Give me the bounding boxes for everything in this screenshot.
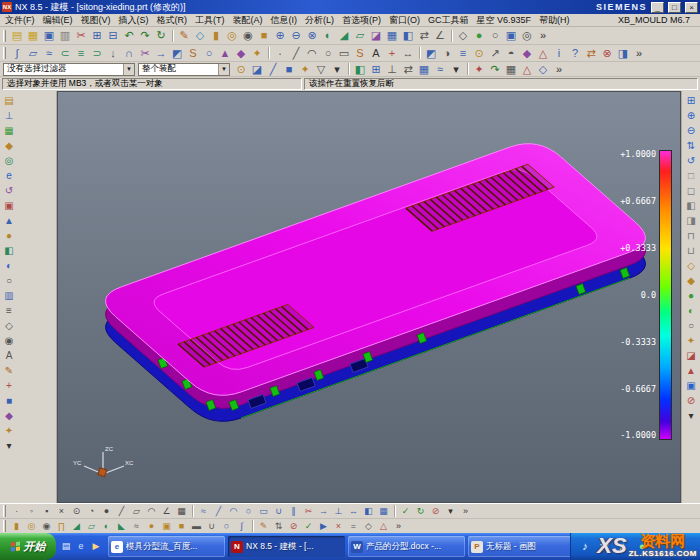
select-face-icon[interactable]: ◪ <box>249 62 265 77</box>
quick-player-icon[interactable]: ▶ <box>89 540 103 554</box>
menu-item-13[interactable]: 星空 V6.935F <box>473 14 536 27</box>
menu-item-7[interactable]: 装配(A) <box>229 14 267 27</box>
profile-icon[interactable]: ≈ <box>196 505 211 518</box>
section-view-icon[interactable]: ◪ <box>683 348 699 363</box>
wireframe-mode-icon[interactable]: ○ <box>487 28 503 43</box>
point-icon[interactable]: ∙ <box>272 46 288 61</box>
undo-icon[interactable]: ↶ <box>121 28 137 43</box>
shaded-mode-icon[interactable]: ● <box>471 28 487 43</box>
constraint-icon[interactable]: ⊥ <box>384 62 400 77</box>
information-icon[interactable]: i <box>551 46 567 61</box>
wrap-geometry-icon[interactable]: ◆ <box>233 46 249 61</box>
window-display-icon[interactable]: ▣ <box>503 28 519 43</box>
intersection-curve-icon[interactable]: ∩ <box>121 46 137 61</box>
isometric-view-icon[interactable]: ◇ <box>683 258 699 273</box>
manufacturing-wizard-icon[interactable]: ▲ <box>1 213 17 228</box>
expression-icon[interactable]: = <box>346 520 361 533</box>
menu-item-14[interactable]: 帮助(H) <box>535 14 574 27</box>
graphics-window[interactable]: XC YC ZC +1.0000+0.6667+0.33330.0-0.3333… <box>57 91 681 503</box>
pad-cmd-icon[interactable]: ■ <box>174 520 189 533</box>
part-cleanup-icon[interactable]: ◇ <box>361 520 376 533</box>
wireframe-view-icon[interactable]: ○ <box>683 318 699 333</box>
snap-toggle-icon[interactable]: ⊙ <box>233 62 249 77</box>
measure-icon[interactable]: ∠ <box>432 28 448 43</box>
background-color-icon[interactable]: ▣ <box>683 378 699 393</box>
right-view-icon[interactable]: ◨ <box>683 213 699 228</box>
sew-icon[interactable]: ⊃ <box>89 46 105 61</box>
bottom-expand-icon[interactable]: » <box>391 520 406 533</box>
true-shading-icon[interactable]: ◐ <box>1 258 17 273</box>
finish-sketch-icon[interactable]: ✓ <box>398 505 413 518</box>
left-view-icon[interactable]: ◧ <box>683 198 699 213</box>
measure-distance-icon[interactable]: ↔ <box>400 46 416 61</box>
history-icon[interactable]: ↺ <box>1 183 17 198</box>
shaded-edges-icon[interactable]: ◐ <box>683 303 699 318</box>
slot-cmd-icon[interactable]: ▬ <box>189 520 204 533</box>
menu-item-4[interactable]: 插入(S) <box>115 14 153 27</box>
menu-item-11[interactable]: 窗口(O) <box>385 14 424 27</box>
blend-cmd-icon[interactable]: ◐ <box>99 520 114 533</box>
part-navigator-icon[interactable]: ▦ <box>1 123 17 138</box>
extrude-icon[interactable]: ▮ <box>208 28 224 43</box>
trim-tool-icon[interactable]: ✂ <box>301 505 316 518</box>
chevron-down-icon[interactable]: ▼ <box>218 64 229 75</box>
block-icon[interactable]: ■ <box>256 28 272 43</box>
arc-center-snap-icon[interactable]: ⊙ <box>69 505 84 518</box>
mirror-feature-icon[interactable]: ◧ <box>400 28 416 43</box>
arc-tool-icon[interactable]: ◠ <box>226 505 241 518</box>
constraint-tool-icon[interactable]: ⊥ <box>331 505 346 518</box>
copy-icon[interactable]: ⊞ <box>89 28 105 43</box>
annotations-icon[interactable]: A <box>1 348 17 363</box>
material-icon[interactable]: ◆ <box>519 46 535 61</box>
web-browser-icon[interactable]: e <box>1 168 17 183</box>
extend-sheet-icon[interactable]: → <box>153 46 169 61</box>
pocket-cmd-icon[interactable]: ▣ <box>159 520 174 533</box>
chevron-down-icon[interactable]: ▼ <box>123 64 134 75</box>
line-icon[interactable]: ╱ <box>288 46 304 61</box>
help-icon[interactable]: ? <box>567 46 583 61</box>
x-form-icon[interactable]: ✦ <box>249 46 265 61</box>
taskbar-task[interactable]: NNX 8.5 - 建模 - [... <box>228 536 345 557</box>
update-model-icon[interactable]: ↻ <box>413 505 428 518</box>
make-current-icon[interactable]: ✓ <box>301 520 316 533</box>
sketch-icon[interactable]: ✎ <box>176 28 192 43</box>
end-point-snap-icon[interactable]: ∙ <box>9 505 24 518</box>
pan-view-icon[interactable]: ⇅ <box>683 138 699 153</box>
zoom-in-icon[interactable]: ⊕ <box>683 108 699 123</box>
solid-bodies-icon[interactable]: ■ <box>1 393 17 408</box>
show-hide-icon[interactable]: ◑ <box>439 46 455 61</box>
assembly-options-icon[interactable]: ▾ <box>448 62 464 77</box>
thread-cmd-icon[interactable]: ≈ <box>129 520 144 533</box>
toolbar-grip[interactable] <box>3 520 6 532</box>
snap-point-icon[interactable]: ⊙ <box>471 46 487 61</box>
part-list-icon[interactable]: ▥ <box>1 288 17 303</box>
select-body-icon[interactable]: ■ <box>281 62 297 77</box>
sweep-cmd-icon[interactable]: ∫ <box>234 520 249 533</box>
swept-icon[interactable]: S <box>185 46 201 61</box>
general-selection-icon[interactable]: ▾ <box>329 62 345 77</box>
open-icon[interactable]: ▦ <box>25 28 41 43</box>
shell-icon[interactable]: ▱ <box>352 28 368 43</box>
control-point-snap-icon[interactable]: ▪ <box>39 505 54 518</box>
examine-geometry-icon[interactable]: △ <box>376 520 391 533</box>
arrangements-icon[interactable]: ▦ <box>503 62 519 77</box>
named-views-icon[interactable]: ◇ <box>455 28 471 43</box>
tangent-snap-icon[interactable]: ◠ <box>144 505 159 518</box>
explode-icon[interactable]: ✦ <box>471 62 487 77</box>
print-icon[interactable]: ▥ <box>57 28 73 43</box>
studio-render-icon[interactable]: ✦ <box>683 333 699 348</box>
mid-point-snap-icon[interactable]: ◦ <box>24 505 39 518</box>
wave-link-icon[interactable]: ≈ <box>432 62 448 77</box>
system-scenes-icon[interactable]: ◧ <box>1 243 17 258</box>
intersect-icon[interactable]: ⊗ <box>304 28 320 43</box>
through-curves-icon[interactable]: ≈ <box>41 46 57 61</box>
refresh-icon[interactable]: ↻ <box>153 28 169 43</box>
cut-icon[interactable]: ✂ <box>73 28 89 43</box>
select-edge-icon[interactable]: ╱ <box>265 62 281 77</box>
menu-item-9[interactable]: 分析(L) <box>301 14 338 27</box>
snapshot-icon[interactable]: ◎ <box>519 28 535 43</box>
graphics-canvas[interactable]: XC YC ZC <box>58 92 681 503</box>
subtract-icon[interactable]: ⊖ <box>288 28 304 43</box>
toolbar-expand-icon[interactable]: » <box>631 46 647 61</box>
revolve-icon[interactable]: ◎ <box>224 28 240 43</box>
